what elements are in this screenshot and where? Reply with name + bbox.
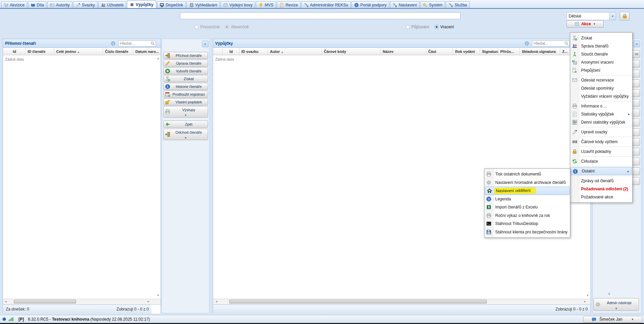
menu-item-ziskat[interactable]: Získat — [570, 34, 632, 42]
menu-item-pozadovana-odlozeni[interactable]: Požadovaná odložení (2) — [570, 185, 632, 193]
menu-item-pozadovane-akce[interactable]: Požadované akce — [570, 193, 632, 201]
submenu-item-nastaveni-hromadne-archivace[interactable]: Nastavení hromadné archivace čtenářů — [484, 179, 570, 187]
odchod-ctenare-button[interactable]: Odchod čtenáře▼ — [163, 129, 208, 140]
zpet-button[interactable]: Zpět — [163, 121, 208, 128]
submenu-item-nastaveni-oddeleni[interactable]: Nastavení oddělení — [485, 187, 570, 195]
menu-item-vyzadani-vraceni[interactable]: Vyžádání vrácení výpůjčky — [570, 92, 632, 100]
menu-item-prepujceni[interactable]: Přepůjčení — [570, 66, 632, 74]
scroll-down-icon[interactable]: ▼ — [586, 294, 589, 297]
column-header-datum-naro[interactable]: Datum naro... — [133, 48, 161, 55]
column-header-signatura[interactable]: Signatura — [480, 48, 498, 55]
scroll-left-icon[interactable]: ◄ — [215, 300, 218, 303]
column-header-cast[interactable]: Část — [426, 48, 453, 55]
vytvorit-ctenare-button[interactable]: Vytvořit čtenáře — [163, 67, 208, 74]
admin-tools-button[interactable]: Admin nástroje ▼ — [594, 298, 639, 311]
scroll-up-icon[interactable]: ▲ — [157, 57, 160, 60]
vlastni-poplatek-button[interactable]: Vlastní poplatek — [163, 98, 208, 105]
menu-item-informace-o[interactable]: Informace o ... — [570, 102, 632, 110]
ziskat-button[interactable]: Získat — [163, 75, 208, 82]
column-header-prirus[interactable]: Přírůs... — [498, 48, 520, 55]
readers-hscrollbar[interactable]: ◄ ► — [3, 299, 161, 304]
tab-dila[interactable]: Díla — [28, 1, 46, 8]
scroll-right-icon[interactable]: ► — [584, 300, 586, 303]
submenu-item-stahnout-klienta[interactable]: Stáhnout klienta pro bezpečnostní brány — [484, 228, 570, 236]
main-scan-input[interactable] — [180, 12, 461, 19]
radio-vraceni[interactable]: Vracení — [435, 25, 454, 29]
tab-akvizice[interactable]: Akvizice — [1, 1, 27, 8]
submenu-item-stahnout-tritiusdesktop[interactable]: Stáhnout TritiusDesktop — [484, 220, 570, 228]
radio-circle — [406, 25, 410, 29]
scroll-down-icon[interactable]: ▼ — [608, 293, 611, 296]
prodlouzit-registraci-button[interactable]: Prodloužit registraci — [163, 91, 208, 98]
info-icon[interactable] — [524, 41, 529, 46]
menu-item-zpravy-od-ctenaru[interactable]: Zprávy od čtenářů — [570, 177, 632, 185]
status-dot-icon[interactable] — [2, 317, 6, 321]
menu-item-statistiky-vypujcek[interactable]: Statistiky výpůjček► — [570, 110, 632, 118]
radio-pujcovani[interactable]: Půjčování — [406, 25, 429, 29]
column-header-id[interactable]: Id — [223, 48, 239, 55]
lock-button[interactable] — [620, 12, 630, 21]
loans-hscrollbar[interactable]: ◄ ► — [213, 299, 590, 304]
column-header-rok-vydani[interactable]: Rok vydání — [453, 48, 480, 55]
historie-ctenare-button[interactable]: Historie čtenáře — [163, 83, 208, 90]
department-select[interactable]: Dětské ▼ — [567, 12, 616, 20]
menu-item-anonymni-vraceni[interactable]: Anonymní vracení — [570, 58, 632, 66]
submenu-item-rocni-vykaz[interactable]: Roční výkaz o knihovně za rok — [484, 212, 570, 220]
info-icon[interactable] — [111, 41, 115, 46]
column-header-id-ctenare[interactable]: ID čtenáře — [26, 48, 54, 55]
tab-revize[interactable]: Revize — [277, 1, 301, 8]
scroll-down-icon[interactable]: ▼ — [157, 294, 160, 297]
tab-dispecink[interactable]: Dispečink — [157, 1, 186, 8]
akce-button[interactable]: Akce ▼ — [567, 20, 604, 28]
tab-vydejni-boxy[interactable]: Výdejní boxy — [221, 1, 255, 8]
tab-nastaveni[interactable]: Nastavení — [390, 1, 419, 8]
submenu-item-import-ctenaru-z-excelu[interactable]: Import čtenářů z Excelu — [484, 203, 570, 212]
user-menu-button[interactable]: Šimeček Jan ▼ — [583, 316, 642, 323]
submenu-item-legenda[interactable]: Legenda — [484, 195, 570, 203]
tab-system[interactable]: Systém — [420, 1, 445, 8]
menu-item-odeslat-rezervace[interactable]: Odeslat rezervace — [570, 76, 632, 84]
menu-item-upravit-svazky[interactable]: Upravit svazky — [570, 128, 632, 136]
column-header-carove-kody[interactable]: Čárové kódy — [322, 48, 381, 55]
column-header-cele-jmeno[interactable]: Celé jméno▲ — [54, 48, 103, 55]
vystupy-button[interactable]: Výstupy▼ — [163, 106, 208, 118]
tab-svazky[interactable]: Svazky — [73, 1, 98, 8]
uprava-ctenare-button[interactable]: Úprava čtenáře — [163, 60, 208, 67]
menu-separator — [571, 127, 632, 127]
tab-vyhledavani[interactable]: Vyhledávání — [187, 1, 220, 8]
hscroll-thumb[interactable] — [229, 300, 487, 303]
submenu-item-tisk-ostatnich-dokumentu[interactable]: Tisk ostatních dokumentů — [484, 170, 570, 179]
menu-item-ostatni[interactable]: Ostatní► — [571, 167, 632, 175]
menu-item-cirkulace[interactable]: Cirkulace — [570, 157, 632, 165]
radio-absencne[interactable]: Absenčně — [225, 25, 248, 29]
menu-item-sloucit-ctenare[interactable]: Sloučit čtenáře — [570, 50, 632, 58]
collapse-loan-actions-button[interactable]: » — [634, 41, 640, 47]
recycle-icon — [572, 159, 577, 164]
tab-autority[interactable]: Autority — [47, 1, 72, 8]
tab-portal-podpory[interactable]: Portál podpory — [351, 1, 389, 8]
menu-item-carove-kody-vyctem[interactable]: Čárové kódy výčtem — [570, 138, 632, 146]
radio-prezencne[interactable]: Prezenčně — [195, 25, 219, 29]
tab-sluzba[interactable]: Služba — [446, 1, 470, 8]
tab-vypujcky[interactable]: Výpůjčky — [127, 0, 156, 8]
column-header-skladova-signatura[interactable]: Skladová signatura — [520, 48, 560, 55]
column-header-nazev[interactable]: Název — [381, 48, 426, 55]
menu-item-odeslat-upominky[interactable]: Odeslat upomínky — [570, 84, 632, 92]
menu-item-denni-statistiky[interactable]: Denní statistiky výpůjček — [570, 118, 632, 126]
tab-mvs[interactable]: MVS — [256, 1, 276, 8]
column-header-id-svazku[interactable]: ID svazku — [239, 48, 268, 55]
tab-administrator-reksu[interactable]: Administrátor REKSu — [301, 1, 351, 8]
prichod-ctenare-button[interactable]: Příchod čtenáře — [163, 52, 208, 59]
column-header-id[interactable]: Id — [3, 48, 26, 55]
document-lines-icon — [572, 111, 577, 117]
menu-item-sprava-ctenaru[interactable]: Správa čtenářů — [570, 42, 632, 50]
scroll-left-icon[interactable]: ◄ — [4, 300, 7, 303]
column-header-cislo-ctenare[interactable]: Číslo čtenáře — [103, 48, 133, 55]
menu-item-uzavrit-pokladny[interactable]: Uzavřít pokladny — [570, 148, 632, 156]
books-icon — [130, 2, 134, 7]
column-header-autor[interactable]: Autor▲ — [268, 48, 322, 55]
collapse-readers-actions-button[interactable]: » — [202, 41, 208, 47]
scroll-right-icon[interactable]: ► — [147, 300, 150, 303]
hscroll-thumb[interactable] — [14, 300, 76, 303]
tab-uzivatele[interactable]: Uživatelé — [98, 1, 126, 8]
